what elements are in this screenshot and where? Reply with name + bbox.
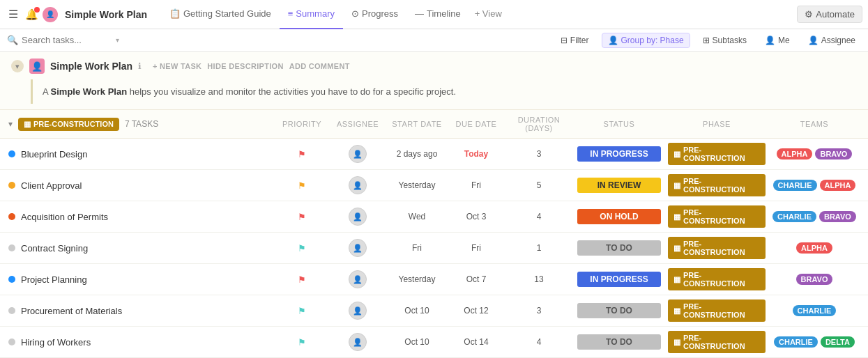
tab-getting-started[interactable]: 📋 Getting Started Guide [161, 0, 280, 29]
priority-cell[interactable]: ⚑ [274, 306, 330, 316]
assignee-cell[interactable]: 👤 [330, 239, 386, 257]
team-tag: CHARLIE [793, 305, 837, 316]
task-row[interactable]: Project Planning ⚑ 👤 Yesterday Oct 7 13 … [0, 264, 868, 295]
status-badge: TO DO [577, 334, 661, 350]
status-cell[interactable]: IN REVIEW [574, 178, 664, 193]
tab-timeline[interactable]: — Timeline [406, 0, 469, 29]
phase-badge: ▦ PRE-CONSTRUCTION [668, 268, 766, 290]
info-icon[interactable]: ℹ [138, 61, 142, 71]
duedate-cell: Today [448, 149, 504, 159]
task-dot [8, 338, 15, 345]
task-row[interactable]: Hiring of Workers ⚑ 👤 Oct 10 Oct 14 4 TO… [0, 327, 868, 358]
filter-button[interactable]: ⊟ Filter [555, 33, 595, 47]
assignee-cell[interactable]: 👤 [330, 302, 386, 320]
phase-icon: ▦ [673, 212, 680, 221]
assignee-cell[interactable]: 👤 [330, 333, 386, 351]
subtasks-button[interactable]: ⊞ Subtasks [697, 33, 752, 47]
user-avatar[interactable]: 👤 [43, 7, 58, 22]
task-row[interactable]: Blueprint Design ⚑ 👤 2 days ago Today 3 … [0, 139, 868, 170]
assignee-cell[interactable]: 👤 [330, 270, 386, 288]
avatar-icon: 👤 [353, 275, 363, 284]
expand-button[interactable]: ▾ [11, 60, 24, 72]
tab-timeline-label: Timeline [427, 8, 461, 19]
assignee-avatar[interactable]: 👤 [349, 333, 367, 351]
team-tag: CHARLIE [773, 180, 817, 191]
task-name[interactable]: Acquisition of Permits [21, 212, 108, 222]
tab-progress[interactable]: ⊙ Progress [343, 0, 406, 29]
notification-dot [34, 7, 40, 13]
status-cell[interactable]: TO DO [574, 334, 664, 350]
assignee-avatar[interactable]: 👤 [349, 208, 367, 226]
task-name-cell: Client Approval [8, 180, 274, 191]
search-input[interactable] [22, 35, 112, 45]
avatar-icon: 👤 [353, 150, 363, 159]
task-row[interactable]: Acquisition of Permits ⚑ 👤 Wed Oct 3 4 O… [0, 201, 868, 233]
duration-cell: 3 [504, 149, 574, 159]
status-cell[interactable]: IN PROGRESS [574, 146, 664, 162]
status-cell[interactable]: IN PROGRESS [574, 272, 664, 287]
add-comment-button[interactable]: ADD COMMENT [289, 62, 350, 70]
assignee-avatar[interactable]: 👤 [349, 145, 367, 163]
assignee-cell[interactable]: 👤 [330, 145, 386, 163]
assignee-avatar[interactable]: 👤 [349, 302, 367, 320]
phase-cell[interactable]: ▦ PRE-CONSTRUCTION [664, 299, 769, 322]
hamburger-icon[interactable]: ☰ [6, 5, 21, 24]
status-cell[interactable]: ON HOLD [574, 209, 664, 224]
assignee-avatar[interactable]: 👤 [349, 270, 367, 288]
task-name-cell: Contract Signing [8, 243, 274, 254]
automate-label: Automate [816, 9, 855, 20]
hide-description-button[interactable]: HIDE DESCRIPTION [207, 62, 283, 70]
task-name[interactable]: Project Planning [21, 274, 87, 285]
group-expand-icon[interactable]: ▾ [8, 119, 13, 129]
assignee-avatar[interactable]: 👤 [349, 176, 367, 194]
phase-cell[interactable]: ▦ PRE-CONSTRUCTION [664, 205, 769, 228]
phase-cell[interactable]: ▦ PRE-CONSTRUCTION [664, 174, 769, 196]
assignee-label: Assignee [821, 36, 855, 45]
task-dot [8, 244, 15, 251]
phase-badge: ▦ PRE-CONSTRUCTION [668, 205, 766, 228]
new-task-button[interactable]: + NEW TASK [153, 62, 201, 70]
notification-bell[interactable]: 🔔 [25, 8, 38, 21]
task-row[interactable]: Procurement of Materials ⚑ 👤 Oct 10 Oct … [0, 295, 868, 327]
priority-cell[interactable]: ⚑ [274, 180, 330, 191]
priority-cell[interactable]: ⚑ [274, 337, 330, 348]
task-name[interactable]: Blueprint Design [21, 149, 87, 159]
assignee-cell[interactable]: 👤 [330, 176, 386, 194]
task-row[interactable]: Contract Signing ⚑ 👤 Fri Fri 1 TO DO ▦ P… [0, 233, 868, 264]
phase-cell[interactable]: ▦ PRE-CONSTRUCTION [664, 143, 769, 165]
task-row[interactable]: Client Approval ⚑ 👤 Yesterday Fri 5 IN R… [0, 170, 868, 201]
status-cell[interactable]: TO DO [574, 240, 664, 256]
tab-summary[interactable]: ≡ Summary [280, 0, 343, 29]
group-phase-icon: ▦ [24, 120, 31, 129]
add-view-tab[interactable]: + View [469, 0, 508, 29]
task-name[interactable]: Contract Signing [21, 243, 88, 254]
priority-cell[interactable]: ⚑ [274, 149, 330, 159]
phase-cell[interactable]: ▦ PRE-CONSTRUCTION [664, 331, 769, 353]
groupby-button[interactable]: 👤 Group by: Phase [602, 33, 690, 48]
search-input-wrap[interactable]: 🔍 ▾ [7, 35, 160, 45]
phase-badge: ▦ PRE-CONSTRUCTION [668, 174, 766, 196]
team-tags: ALPHABRAVO [777, 148, 853, 159]
me-button[interactable]: 👤 Me [759, 33, 795, 47]
phase-cell[interactable]: ▦ PRE-CONSTRUCTION [664, 268, 769, 290]
task-name[interactable]: Procurement of Materials [21, 306, 122, 316]
task-name[interactable]: Client Approval [21, 180, 82, 191]
nav-tabs: 📋 Getting Started Guide ≡ Summary ⊙ Prog… [161, 0, 508, 29]
assignee-avatar[interactable]: 👤 [349, 239, 367, 257]
startdate-cell: Yesterday [386, 274, 448, 284]
search-caret-icon[interactable]: ▾ [116, 36, 119, 44]
phase-icon: ▦ [673, 275, 680, 284]
automate-button[interactable]: ⚙ Automate [797, 6, 862, 23]
task-name[interactable]: Hiring of Workers [21, 337, 91, 348]
avatar-icon: 👤 [353, 212, 363, 221]
assignee-button[interactable]: 👤 Assignee [802, 33, 861, 47]
priority-cell[interactable]: ⚑ [274, 274, 330, 285]
status-cell[interactable]: TO DO [574, 303, 664, 318]
priority-flag-icon: ⚑ [298, 337, 306, 348]
assignee-cell[interactable]: 👤 [330, 208, 386, 226]
priority-cell[interactable]: ⚑ [274, 243, 330, 254]
duedate-cell: Fri [448, 243, 504, 253]
getting-started-icon: 📋 [169, 8, 181, 19]
phase-cell[interactable]: ▦ PRE-CONSTRUCTION [664, 237, 769, 259]
priority-cell[interactable]: ⚑ [274, 212, 330, 222]
